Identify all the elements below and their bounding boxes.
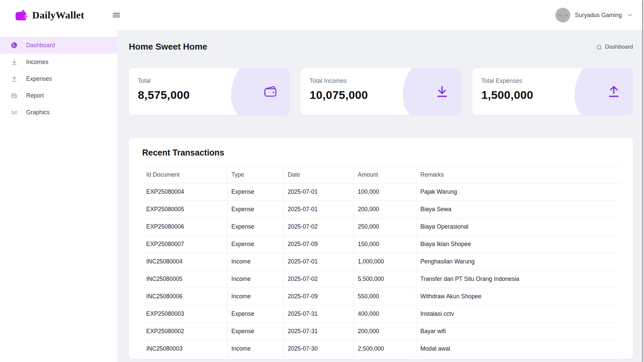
newspaper-icon [10, 92, 18, 99]
table-row: EXP25080006Expense2025-07-02250,000Biaya… [142, 218, 620, 236]
table-cell: Instalasi cctv [416, 305, 620, 323]
table-cell: EXP25080007 [142, 236, 227, 253]
sidebar-item-label: Expenses [26, 75, 52, 82]
table-cell: Bayar wifi [416, 323, 620, 340]
sidebar-item-label: Report [26, 92, 44, 99]
table-cell: Modal awal [416, 340, 620, 358]
table-row: INC25080006Income2025-07-09550,000Withdr… [142, 288, 620, 305]
table-row: EXP25080002Expense2025-07-31200,000Bayar… [142, 323, 620, 340]
table-cell: EXP25080004 [142, 183, 227, 201]
table-cell: INC25080005 [142, 270, 227, 288]
download-icon [10, 59, 18, 66]
upload-icon [606, 84, 622, 99]
scrollbar[interactable] [642, 0, 643, 362]
table-cell: 2025-07-02 [283, 270, 354, 288]
table-cell: Biaya Operasional [416, 218, 620, 236]
hamburger-menu-icon[interactable] [110, 10, 122, 20]
wallet-icon [263, 84, 278, 99]
table-cell: 550,000 [354, 288, 416, 305]
breadcrumb-label: Dashboard [605, 44, 633, 50]
decorative-blob [231, 68, 289, 115]
table-cell: Transfer dari PT Situ Orang Indonesia [416, 270, 620, 288]
table-cell: 2025-07-01 [283, 201, 354, 218]
table-cell: 1,000,000 [354, 253, 416, 270]
sidebar-item-incomes[interactable]: Incomes [0, 54, 117, 70]
table-cell: 150,000 [354, 236, 416, 253]
table-cell: 5,500,000 [354, 270, 416, 288]
table-cell: EXP25080003 [142, 305, 227, 323]
table-row: INC25080005Income2025-07-025,500,000Tran… [142, 270, 620, 288]
table-cell: EXP25080005 [142, 201, 227, 218]
sidebar-item-label: Incomes [26, 59, 48, 66]
sidebar-item-report[interactable]: Report [0, 87, 117, 104]
page-title: Home Sweet Home [129, 42, 207, 52]
table-cell: Withdraw Akun Shopee [416, 288, 620, 305]
title-bar: Home Sweet Home Dashboard [129, 42, 633, 52]
table-cell: Penghasilan Warung [416, 253, 620, 270]
gauge-icon [10, 42, 18, 49]
column-header-date: Date [283, 167, 354, 183]
avatar: 100 x 100 [555, 8, 570, 22]
main-content: Home Sweet Home Dashboard Total 8,575,00… [117, 30, 644, 362]
table-cell: Income [227, 253, 283, 270]
home-icon [596, 44, 602, 50]
table-cell: Biaya Sewa [416, 201, 620, 218]
table-cell: Pajak Warung [416, 183, 620, 201]
table-row: EXP25080004Expense2025-07-01100,000Pajak… [142, 183, 620, 201]
table-row: EXP25080007Expense2025-07-09150,000Biaya… [142, 236, 620, 253]
table-row: EXP25080003Expense2025-07-31400,000Insta… [142, 305, 620, 323]
table-cell: 2025-07-09 [283, 288, 354, 305]
user-name: Suryadus Gaming [575, 12, 622, 19]
table-header-row: Id Document Type Date Amount Remarks [142, 167, 620, 183]
table-cell: Expense [227, 323, 283, 340]
sidebar-item-label: Dashboard [26, 42, 55, 49]
top-header: DailyWallet 100 x 100 Suryadus Gaming [0, 0, 644, 30]
table-cell: Expense [227, 218, 283, 236]
transactions-title: Recent Transactions [142, 148, 620, 158]
avatar-placeholder-text: 100 x 100 [558, 14, 568, 16]
breadcrumb[interactable]: Dashboard [596, 44, 633, 50]
table-row: EXP25080005Expense2025-07-01200,000Biaya… [142, 201, 620, 218]
column-header-remarks: Remarks [416, 167, 620, 183]
table-cell: 400,000 [354, 305, 416, 323]
app-window: DailyWallet 100 x 100 Suryadus Gaming [0, 0, 644, 362]
table-cell: INC25080003 [142, 340, 227, 358]
download-icon [434, 84, 450, 99]
decorative-blob [403, 68, 461, 115]
table-cell: 2025-07-09 [283, 236, 354, 253]
table-cell: 2025-07-31 [283, 323, 354, 340]
sidebar-item-dashboard[interactable]: Dashboard [0, 37, 117, 54]
sidebar-item-graphics[interactable]: Graphics [0, 104, 117, 121]
table-cell: INC25080004 [142, 253, 227, 270]
table-cell: 2,500,000 [354, 340, 416, 358]
column-header-type: Type [227, 167, 283, 183]
waves-chart-icon [10, 109, 18, 116]
table-cell: INC25080006 [142, 288, 227, 305]
table-cell: 2025-07-02 [283, 218, 354, 236]
table-cell: Expense [227, 236, 283, 253]
decorative-blob [575, 68, 633, 115]
table-cell: Income [227, 340, 283, 358]
table-cell: EXP25080002 [142, 323, 227, 340]
table-cell: Income [227, 288, 283, 305]
column-header-amount: Amount [354, 167, 416, 183]
table-cell: 250,000 [354, 218, 416, 236]
table-row: INC25080003Income2025-07-302,500,000Moda… [142, 340, 620, 358]
user-menu[interactable]: 100 x 100 Suryadus Gaming [555, 8, 633, 22]
table-cell: 100,000 [354, 183, 416, 201]
stat-card-incomes: Total Incomes 10,075,000 [301, 68, 461, 115]
recent-transactions-card: Recent Transactions Id Document Type Dat… [129, 138, 633, 359]
table-cell: 200,000 [354, 201, 416, 218]
table-cell: Biaya Iklan Shopee [416, 236, 620, 253]
table-cell: 2025-07-30 [283, 340, 354, 358]
table-cell: EXP25080006 [142, 218, 227, 236]
table-row: INC25080004Income2025-07-011,000,000Peng… [142, 253, 620, 270]
column-header-id: Id Document [142, 167, 227, 183]
table-cell: 2025-07-01 [283, 253, 354, 270]
sidebar-item-expenses[interactable]: Expenses [0, 70, 117, 87]
table-cell: 2025-07-01 [283, 183, 354, 201]
brand-logo[interactable]: DailyWallet [14, 8, 84, 22]
stat-card-total: Total 8,575,000 [129, 68, 289, 115]
brand-name: DailyWallet [32, 9, 84, 21]
table-cell: 2025-07-31 [283, 305, 354, 323]
